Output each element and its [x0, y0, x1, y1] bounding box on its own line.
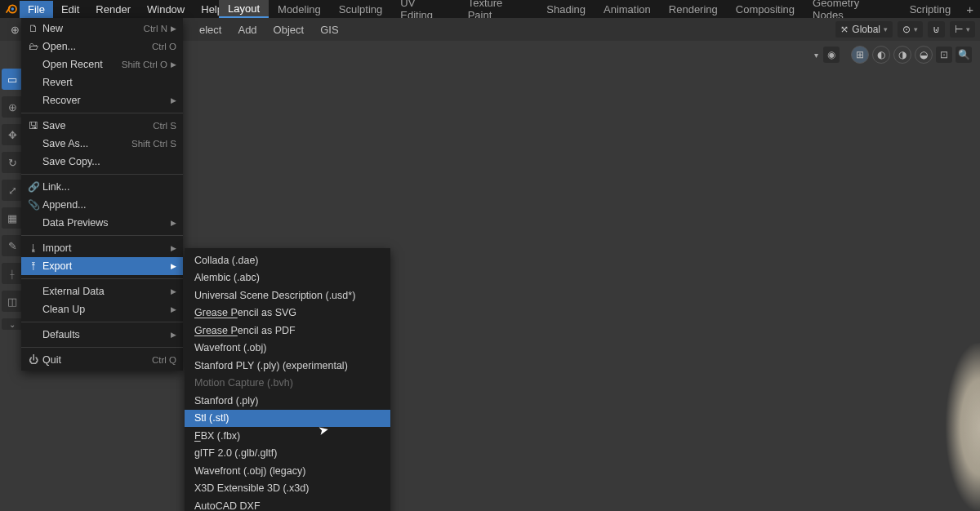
tool-cursor[interactable]: ⊕: [2, 96, 23, 118]
tool-move[interactable]: ✥: [2, 124, 23, 145]
export-fbx[interactable]: FBX (.fbx): [185, 427, 390, 445]
workspace-add-button[interactable]: +: [960, 2, 980, 16]
file-open[interactable]: 🗁Open...Ctrl O: [21, 38, 183, 56]
file-save-copy[interactable]: Save Copy...: [21, 153, 183, 171]
tool-expand-icon[interactable]: ⌄: [2, 318, 23, 330]
workspace-shading[interactable]: Shading: [537, 1, 595, 18]
shortcut: Ctrl N: [144, 24, 167, 33]
menu-render[interactable]: Render: [87, 1, 139, 18]
overlays-icon[interactable]: ⊡: [936, 47, 952, 63]
chevron-down-icon: ▾: [914, 25, 918, 33]
chevron-right-icon: ▶: [171, 219, 176, 227]
shading-wireframe-icon[interactable]: ⊞: [851, 46, 869, 64]
tool-annotate[interactable]: ✎: [2, 235, 23, 256]
chevron-down-icon: ▾: [884, 25, 888, 33]
workspace-layout[interactable]: Layout: [219, 0, 269, 18]
tool-transform[interactable]: ▦: [2, 207, 23, 229]
menu-window[interactable]: Window: [139, 1, 193, 18]
file-import[interactable]: ⭳Import▶: [21, 239, 183, 257]
file-data-previews[interactable]: Data Previews▶: [21, 214, 183, 232]
file-open-recent-label: Open Recent: [41, 59, 122, 70]
export-collada[interactable]: Collada (.dae): [185, 251, 390, 269]
workspace-modeling[interactable]: Modeling: [269, 1, 330, 18]
transform-orientation-dropdown[interactable]: ⤧ Global ▾: [835, 21, 893, 38]
menu-edit[interactable]: Edit: [53, 1, 87, 18]
export-grease-pencil-pdf[interactable]: Grease Pencil as PDF: [185, 322, 390, 340]
file-link-label: Link...: [41, 181, 176, 193]
file-export[interactable]: ⭱Export▶: [21, 257, 183, 275]
workspace-rendering[interactable]: Rendering: [660, 1, 727, 18]
shortcut: Ctrl O: [152, 42, 176, 51]
snap-dropdown[interactable]: ⊍: [928, 21, 945, 38]
chevron-down-icon[interactable]: ▾: [813, 51, 820, 60]
subheader-object[interactable]: Object: [265, 24, 313, 36]
shading-material-icon[interactable]: ◑: [893, 46, 911, 64]
subheader-add[interactable]: Add: [229, 24, 265, 36]
file-recover[interactable]: Recover▶: [21, 91, 183, 109]
workspace-tabs: Layout Modeling Sculpting UV Editing Tex…: [219, 0, 980, 18]
axes-icon: ⤧: [840, 24, 849, 35]
viewport-controls: ▾ ◉ ⊞ ◐ ◑ ◒ ⊡ 🔍: [813, 46, 972, 64]
export-submenu: Collada (.dae) Alembic (.abc) Universal …: [185, 248, 390, 511]
file-defaults-label: Defaults: [41, 329, 167, 340]
file-save-copy-label: Save Copy...: [41, 156, 176, 167]
separator: [21, 347, 183, 348]
export-usd[interactable]: Universal Scene Description (.usd*): [185, 287, 390, 304]
file-quit-label: Quit: [41, 354, 152, 366]
file-append[interactable]: 📎Append...: [21, 196, 183, 214]
file-save[interactable]: 🖫SaveCtrl S: [21, 117, 183, 135]
workspace-animation[interactable]: Animation: [595, 1, 660, 18]
export-stanford-ply-experimental[interactable]: Stanford PLY (.ply) (experimental): [185, 357, 390, 375]
shortcut: Shift Ctrl S: [131, 139, 176, 149]
menu-file[interactable]: File: [20, 1, 53, 18]
file-open-recent[interactable]: Open RecentShift Ctrl O▶: [21, 56, 183, 73]
export-stanford-ply[interactable]: Stanford (.ply): [185, 392, 390, 410]
export-wavefront-legacy[interactable]: Wavefront (.obj) (legacy): [185, 462, 390, 480]
disk-icon: 🖫: [26, 120, 41, 131]
tool-scale[interactable]: ⤢: [2, 180, 23, 201]
file-defaults[interactable]: Defaults▶: [21, 326, 183, 344]
file-save-as-label: Save As...: [41, 138, 131, 149]
search-icon[interactable]: 🔍: [956, 47, 972, 63]
tool-measure[interactable]: ⟊: [2, 263, 23, 284]
tool-rotate[interactable]: ↻: [2, 152, 23, 173]
shading-rendered-icon[interactable]: ◒: [915, 46, 933, 64]
workspace-compositing[interactable]: Compositing: [727, 1, 804, 18]
export-x3d[interactable]: X3D Extensible 3D (.x3d): [185, 480, 390, 498]
export-stl[interactable]: Stl (.stl): [185, 410, 390, 428]
file-link[interactable]: 🔗Link...: [21, 178, 183, 196]
tool-add-cube[interactable]: ◫: [2, 291, 23, 312]
file-clean-up[interactable]: Clean Up▶: [21, 300, 183, 318]
decorative-object: [946, 343, 980, 511]
file-quit[interactable]: ⏻QuitCtrl Q: [21, 351, 183, 369]
file-open-label: Open...: [41, 41, 152, 52]
subheader-gis[interactable]: GIS: [312, 24, 346, 36]
workspace-sculpting[interactable]: Sculpting: [330, 1, 391, 18]
tool-select-box[interactable]: ▭: [2, 69, 23, 90]
subheader-select-truncated[interactable]: elect: [191, 24, 229, 36]
file-new-label: New: [41, 23, 144, 34]
export-grease-pencil-svg[interactable]: Grease Pencil as SVG: [185, 304, 390, 322]
shortcut: Ctrl S: [153, 121, 176, 131]
show-gizmo-icon[interactable]: ◉: [823, 47, 840, 63]
chevron-right-icon: ▶: [171, 331, 176, 339]
workspace-scripting[interactable]: Scripting: [901, 1, 960, 18]
shading-solid-icon[interactable]: ◐: [872, 46, 890, 64]
power-icon: ⏻: [26, 354, 41, 366]
export-alembic[interactable]: Alembic (.abc): [185, 269, 390, 287]
export-wavefront[interactable]: Wavefront (.obj): [185, 340, 390, 358]
shortcut: Shift Ctrl O: [122, 60, 167, 69]
file-revert[interactable]: Revert: [21, 73, 183, 91]
separator: [21, 113, 183, 113]
file-external-data[interactable]: External Data▶: [21, 282, 183, 300]
proportional-dropdown[interactable]: ⊢▾: [950, 21, 975, 38]
file-new[interactable]: 🗋NewCtrl N▶: [21, 20, 183, 38]
export-autocad-dxf[interactable]: AutoCAD DXF: [185, 497, 390, 511]
pivot-dropdown[interactable]: ⊙▾: [898, 21, 923, 38]
export-gltf[interactable]: glTF 2.0 (.glb/.gltf): [185, 445, 390, 463]
magnet-icon: ⊍: [933, 24, 940, 35]
chevron-right-icon: ▶: [171, 305, 176, 313]
file-external-data-label: External Data: [41, 286, 167, 297]
blender-logo-icon: [3, 1, 20, 17]
file-save-as[interactable]: Save As...Shift Ctrl S: [21, 135, 183, 153]
